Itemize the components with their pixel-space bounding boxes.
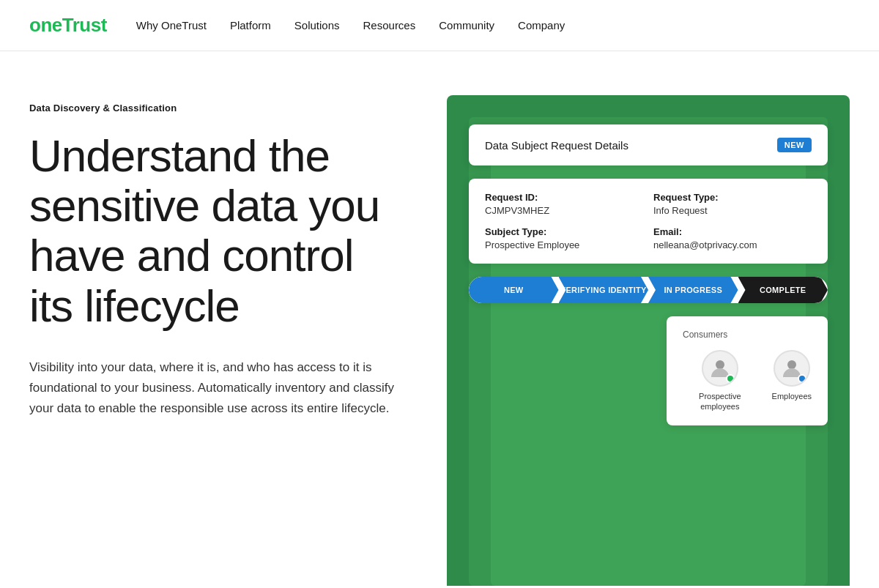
subject-type-item: Subject Type: Prospective Employee (485, 226, 643, 250)
consumers-card: Consumers Prospective employees (667, 316, 828, 425)
consumer-name-prospective: Prospective employees (683, 391, 757, 412)
new-badge: NEW (777, 138, 812, 152)
nav-links: Why OneTrust Platform Solutions Resource… (136, 19, 565, 32)
request-id-value: CJMPV3MHEZ (485, 205, 643, 216)
request-type-item: Request Type: Info Request (653, 192, 812, 216)
card-header: Data Subject Request Details NEW (485, 138, 812, 152)
request-details-header-card: Data Subject Request Details NEW (469, 124, 828, 165)
consumer-name-employees: Employees (772, 391, 812, 401)
detail-grid: Request ID: CJMPV3MHEZ Request Type: Inf… (485, 192, 812, 250)
nav-platform[interactable]: Platform (230, 19, 271, 31)
consumers-label: Consumers (683, 330, 812, 340)
email-value: nelleana@otprivacy.com (653, 239, 812, 250)
consumer-avatar-employees (774, 350, 810, 387)
progress-step-complete: COMPLETE (738, 277, 828, 303)
hero-heading: Understand the sensitive data you have a… (29, 131, 403, 331)
progress-bar: NEW VERIFYING IDENTITY IN PROGRESS COMPL… (469, 277, 828, 303)
nav-company[interactable]: Company (518, 19, 565, 31)
request-id-item: Request ID: CJMPV3MHEZ (485, 192, 643, 216)
nav-resources[interactable]: Resources (363, 19, 416, 31)
right-panel: Data Subject Request Details NEW Request… (447, 95, 850, 586)
request-id-label: Request ID: (485, 192, 643, 203)
progress-step-verifying: VERIFYING IDENTITY (559, 277, 649, 303)
subject-type-label: Subject Type: (485, 226, 643, 237)
dot-blue (798, 374, 806, 383)
left-panel: Data Discovery & Classification Understa… (29, 95, 447, 586)
subject-type-value: Prospective Employee (485, 239, 643, 250)
section-label: Data Discovery & Classification (29, 103, 403, 113)
hero-description: Visibility into your data, where it is, … (29, 357, 403, 419)
consumer-employees: Employees (772, 350, 812, 412)
navigation: oneTrust Why OneTrust Platform Solutions… (0, 0, 879, 51)
main-content: Data Discovery & Classification Understa… (0, 51, 879, 586)
request-type-label: Request Type: (653, 192, 812, 203)
card-title: Data Subject Request Details (485, 139, 628, 152)
consumers-icons: Prospective employees Employees (683, 350, 812, 412)
nav-why-onetrust[interactable]: Why OneTrust (136, 19, 207, 31)
email-label: Email: (653, 226, 812, 237)
email-item: Email: nelleana@otprivacy.com (653, 226, 812, 250)
right-panel-inner: Data Subject Request Details NEW Request… (469, 124, 828, 425)
svg-point-1 (787, 360, 796, 369)
request-type-value: Info Request (653, 205, 812, 216)
nav-community[interactable]: Community (439, 19, 494, 31)
svg-point-0 (716, 360, 724, 369)
nav-solutions[interactable]: Solutions (294, 19, 340, 31)
progress-step-inprogress: IN PROGRESS (648, 277, 738, 303)
request-fields-card: Request ID: CJMPV3MHEZ Request Type: Inf… (469, 179, 828, 264)
logo[interactable]: oneTrust (29, 14, 107, 37)
consumer-avatar-prospective (702, 350, 738, 387)
consumer-prospective-employees: Prospective employees (683, 350, 757, 412)
progress-step-new: NEW (469, 277, 559, 303)
dot-green (726, 374, 735, 383)
